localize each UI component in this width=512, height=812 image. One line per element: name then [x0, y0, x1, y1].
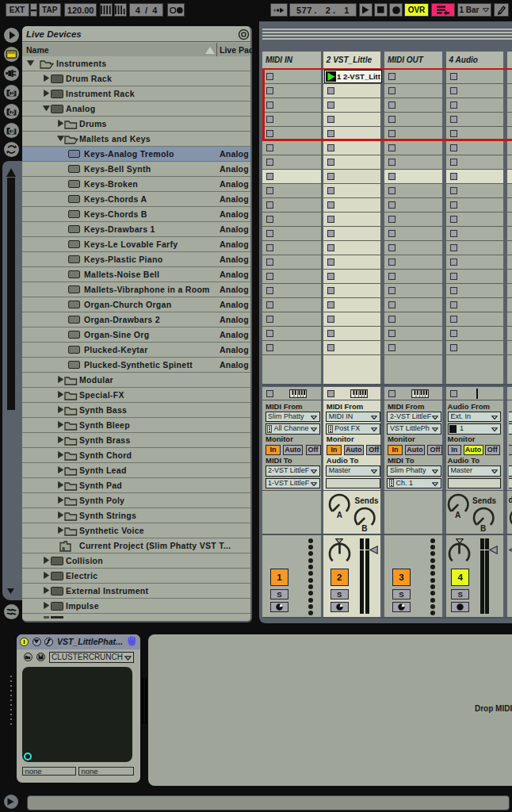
- svg-text:1: 1: [10, 90, 13, 96]
- svg-text:a: a: [62, 545, 65, 550]
- svg-text:2: 2: [10, 109, 13, 115]
- svg-text:3: 3: [10, 128, 13, 134]
